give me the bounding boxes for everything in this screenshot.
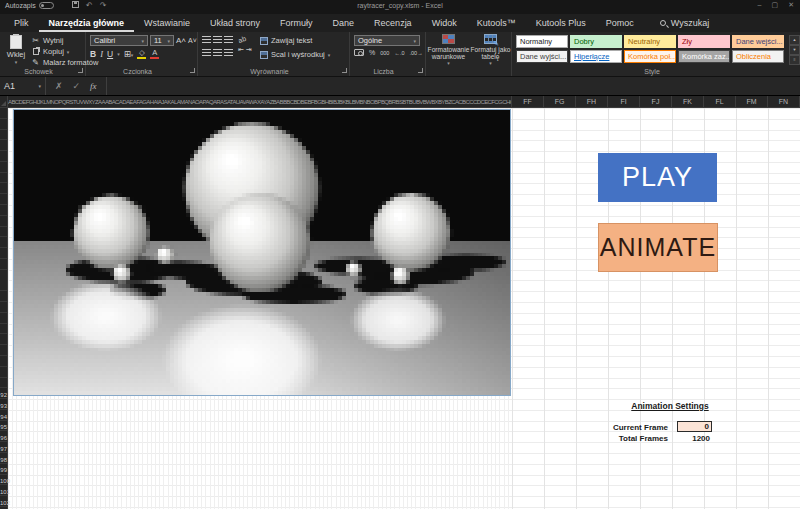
column-header-fk[interactable]: FK bbox=[672, 96, 704, 107]
dialog-launcher-icon[interactable] bbox=[418, 68, 423, 73]
style-chip-z-y[interactable]: Zły bbox=[678, 35, 730, 48]
tab-widok[interactable]: Widok bbox=[422, 14, 467, 32]
column-header-fl[interactable]: FL bbox=[704, 96, 736, 107]
dialog-launcher-icon[interactable] bbox=[190, 68, 195, 73]
font-size-select[interactable]: 11 ▾ bbox=[150, 35, 174, 46]
paste-button[interactable]: Wklej ▾ bbox=[3, 35, 29, 68]
column-header-fm[interactable]: FM bbox=[736, 96, 768, 107]
narrow-column-headers[interactable]: ABCDEFGHIJKLMNOPQRSTUVWXYZAAABACADAEAFAG… bbox=[8, 96, 512, 107]
row-header-95[interactable]: 95 bbox=[0, 422, 8, 432]
column-header-fn[interactable]: FN bbox=[768, 96, 800, 107]
column-header-fh[interactable]: FH bbox=[576, 96, 608, 107]
conditional-formatting-label: Formatowanie warunkowe bbox=[428, 46, 470, 60]
align-middle-icon[interactable] bbox=[213, 36, 222, 43]
merge-center-button[interactable]: Scal i wyśrodkuj ▾ bbox=[260, 49, 330, 60]
tab-recenzja[interactable]: Recenzja bbox=[364, 14, 422, 32]
row-header-92[interactable]: 92 bbox=[0, 390, 8, 400]
align-center-icon[interactable] bbox=[213, 49, 222, 56]
align-bottom-icon[interactable] bbox=[224, 36, 233, 43]
row-header-101[interactable]: 101 bbox=[0, 487, 8, 497]
style-gallery-scroll[interactable]: ▲ ▼ ≡ bbox=[789, 35, 800, 63]
style-chip-kom-rka-po[interactable]: Komórka poł... bbox=[624, 50, 676, 63]
tab-plik[interactable]: Plik bbox=[4, 14, 39, 32]
row-header-93[interactable]: 93 bbox=[0, 401, 8, 411]
select-all-corner[interactable] bbox=[0, 96, 8, 107]
style-chip-hiper-cze[interactable]: Hiperłącze bbox=[570, 50, 622, 63]
style-chip-dane-wyj-ci[interactable]: Dane wyjści... bbox=[516, 50, 568, 63]
fill-color-button[interactable]: ◇ bbox=[137, 50, 146, 59]
gallery-up-icon[interactable]: ▲ bbox=[789, 35, 800, 45]
conditional-formatting-button[interactable]: Formatowanie warunkowe ▾ bbox=[428, 34, 469, 74]
dialog-launcher-icon[interactable] bbox=[342, 68, 347, 73]
bold-button[interactable]: B bbox=[90, 49, 96, 59]
decrease-font-button[interactable]: A˅ bbox=[188, 37, 197, 44]
gallery-down-icon[interactable]: ▼ bbox=[789, 45, 800, 55]
current-frame-cell[interactable]: 0 bbox=[677, 421, 712, 432]
row-header-strip[interactable]: 9293949596979899100101102 bbox=[0, 108, 8, 509]
minimize-icon[interactable]: – bbox=[758, 1, 762, 9]
column-header-ff[interactable]: FF bbox=[512, 96, 544, 107]
percent-format-icon[interactable]: % bbox=[369, 49, 375, 56]
restore-icon[interactable]: ▢ bbox=[772, 1, 779, 9]
column-header-fj[interactable]: FJ bbox=[640, 96, 672, 107]
window-controls: – ▢ ✕ bbox=[758, 1, 794, 9]
number-format-select[interactable]: Ogólne ▾ bbox=[354, 35, 420, 46]
style-chip-normalny[interactable]: Normalny bbox=[516, 35, 568, 48]
comma-format-icon[interactable]: 000 bbox=[380, 50, 389, 56]
format-as-table-button[interactable]: Formatuj jako tabelę ▾ bbox=[470, 34, 511, 74]
tab-uk-ad-strony[interactable]: Układ strony bbox=[200, 14, 270, 32]
raytraced-picture[interactable] bbox=[13, 109, 511, 396]
wrap-text-button[interactable]: Zawijaj tekst bbox=[260, 35, 330, 46]
tab-kutools[interactable]: Kutools™ bbox=[467, 14, 526, 32]
underline-button[interactable]: U bbox=[107, 49, 113, 59]
increase-decimal-icon[interactable]: ←.0 bbox=[394, 50, 404, 56]
tab-narz-dzia-g-wne[interactable]: Narzędzia główne bbox=[39, 14, 135, 32]
dialog-launcher-icon[interactable] bbox=[78, 68, 83, 73]
style-chip-obliczenia[interactable]: Obliczenia bbox=[732, 50, 784, 63]
search-box[interactable]: Wyszukaj bbox=[660, 14, 709, 32]
worksheet[interactable]: 9293949596979899100101102 PLAY ANIMATE A… bbox=[0, 108, 800, 509]
row-header-99[interactable]: 99 bbox=[0, 465, 8, 475]
enter-icon[interactable]: ✓ bbox=[73, 81, 81, 91]
increase-font-button[interactable]: A˄ bbox=[176, 36, 186, 45]
style-chip-kom-rka-zaz[interactable]: Komórka zaz... bbox=[678, 50, 730, 63]
tab-wstawianie[interactable]: Wstawianie bbox=[134, 14, 200, 32]
indent-buttons[interactable]: ⇤ ⇥ bbox=[238, 46, 252, 54]
font-name-select[interactable]: Calibri ▾ bbox=[90, 35, 148, 46]
orientation-button[interactable]: ab bbox=[237, 33, 252, 44]
font-color-button[interactable]: A bbox=[150, 50, 159, 59]
row-header-94[interactable]: 94 bbox=[0, 412, 8, 422]
gallery-more-icon[interactable]: ≡ bbox=[789, 55, 800, 65]
cancel-icon[interactable]: ✗ bbox=[55, 81, 63, 91]
row-header-100[interactable]: 100 bbox=[0, 476, 8, 486]
style-chip-dane-wej-ci[interactable]: Dane wejści... bbox=[732, 35, 784, 48]
formula-input[interactable] bbox=[107, 77, 800, 95]
animate-button[interactable]: ANIMATE bbox=[598, 223, 718, 272]
column-header-fi[interactable]: FI bbox=[608, 96, 640, 107]
search-label: Wyszukaj bbox=[671, 18, 709, 28]
borders-button[interactable]: ⊞▾ bbox=[124, 49, 134, 59]
italic-button[interactable]: I bbox=[100, 49, 103, 59]
tab-pomoc[interactable]: Pomoc bbox=[596, 14, 644, 32]
tab-dane[interactable]: Dane bbox=[323, 14, 365, 32]
row-header-98[interactable]: 98 bbox=[0, 455, 8, 465]
align-right-icon[interactable] bbox=[224, 49, 233, 56]
name-box[interactable]: A1 ▾ bbox=[0, 77, 46, 95]
align-left-icon[interactable] bbox=[202, 49, 211, 56]
insert-function-icon[interactable]: fx bbox=[90, 81, 97, 91]
row-header-102[interactable]: 102 bbox=[0, 498, 8, 508]
play-button[interactable]: PLAY bbox=[598, 153, 717, 202]
search-icon bbox=[660, 20, 666, 26]
column-header-fg[interactable]: FG bbox=[544, 96, 576, 107]
align-top-icon[interactable] bbox=[202, 36, 211, 43]
style-chip-dobry[interactable]: Dobry bbox=[570, 35, 622, 48]
row-header-97[interactable]: 97 bbox=[0, 444, 8, 454]
row-header-96[interactable]: 96 bbox=[0, 433, 8, 443]
merge-center-label: Scal i wyśrodkuj bbox=[271, 50, 325, 59]
close-icon[interactable]: ✕ bbox=[788, 1, 794, 9]
decrease-decimal-icon[interactable]: .00→ bbox=[410, 50, 423, 56]
accounting-format-icon[interactable] bbox=[354, 49, 364, 56]
tab-formu-y[interactable]: Formuły bbox=[270, 14, 323, 32]
style-chip-neutralny[interactable]: Neutralny bbox=[624, 35, 676, 48]
tab-kutools-plus[interactable]: Kutools Plus bbox=[526, 14, 596, 32]
